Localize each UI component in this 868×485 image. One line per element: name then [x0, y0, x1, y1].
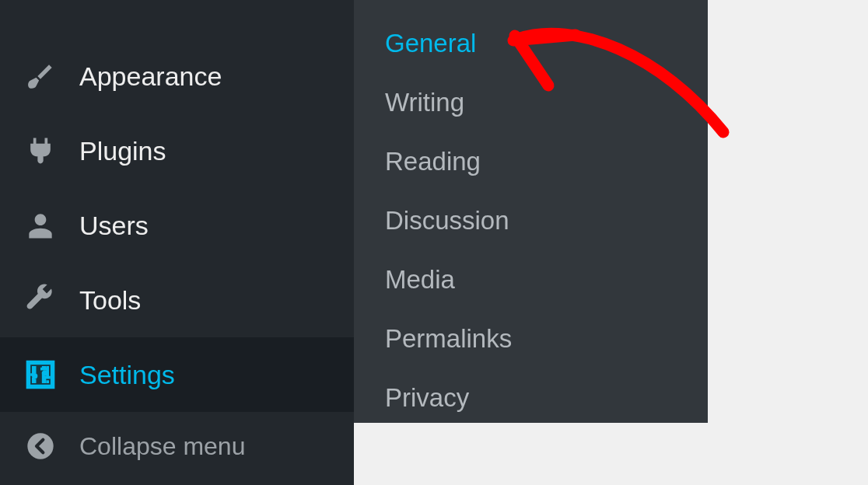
- collapse-icon: [22, 427, 59, 465]
- plug-icon: [22, 132, 59, 169]
- sidebar-item-label: Tools: [79, 285, 141, 316]
- user-icon: [22, 207, 59, 244]
- submenu-item-privacy[interactable]: Privacy: [354, 368, 708, 427]
- submenu-item-discussion[interactable]: Discussion: [354, 191, 708, 250]
- submenu-item-media[interactable]: Media: [354, 250, 708, 309]
- sidebar-item-label: Settings: [79, 360, 175, 390]
- sidebar-item-users[interactable]: Users: [0, 188, 354, 263]
- sidebar-item-label: Users: [79, 211, 149, 241]
- svg-point-7: [27, 433, 53, 459]
- sidebar-item-collapse[interactable]: Collapse menu: [0, 412, 354, 483]
- submenu-item-writing[interactable]: Writing: [354, 73, 708, 132]
- submenu-item-permalinks[interactable]: Permalinks: [354, 309, 708, 368]
- brush-icon: [22, 58, 59, 95]
- sidebar-item-tools[interactable]: Tools: [0, 263, 354, 337]
- sidebar-item-label: Collapse menu: [79, 432, 245, 461]
- sidebar-item-settings[interactable]: Settings: [0, 337, 354, 412]
- submenu-item-general[interactable]: General: [354, 14, 708, 73]
- sliders-icon: [22, 356, 59, 393]
- sidebar-item-label: Plugins: [79, 136, 166, 166]
- svg-point-2: [32, 373, 37, 379]
- sidebar-item-plugins[interactable]: Plugins: [0, 113, 354, 188]
- admin-sidebar: Appearance Plugins Users Tools Settings …: [0, 0, 354, 485]
- svg-point-5: [42, 371, 47, 376]
- wrench-icon: [22, 281, 59, 319]
- settings-submenu: General Writing Reading Discussion Media…: [354, 0, 708, 423]
- sidebar-item-appearance[interactable]: Appearance: [0, 0, 354, 113]
- submenu-item-reading[interactable]: Reading: [354, 132, 708, 191]
- sidebar-item-label: Appearance: [79, 61, 222, 92]
